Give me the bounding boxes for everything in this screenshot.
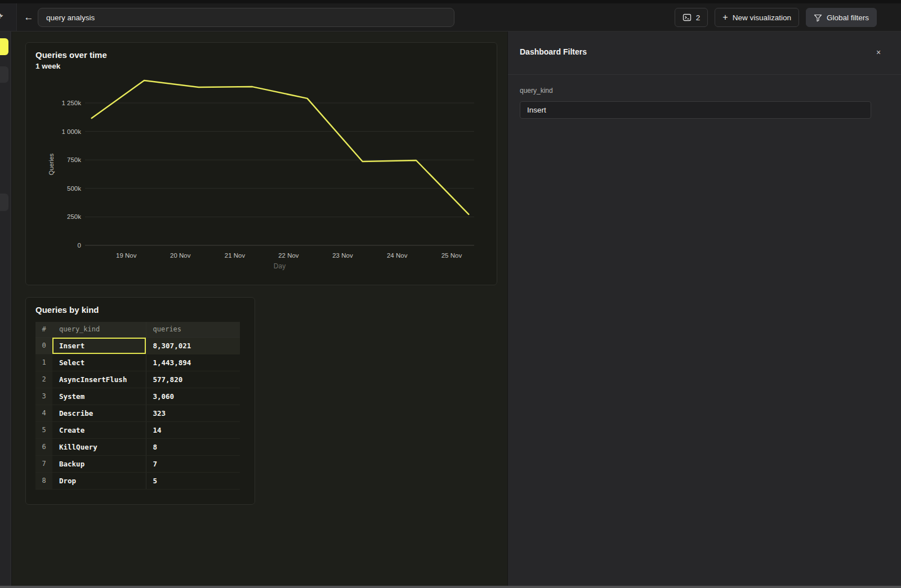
- table-row: 7Backup7: [35, 455, 240, 472]
- close-icon[interactable]: ×: [873, 47, 884, 58]
- cell-queries[interactable]: 7: [146, 455, 240, 472]
- cell-query-kind[interactable]: Insert: [52, 337, 146, 354]
- cell-query-kind[interactable]: Create: [52, 421, 146, 438]
- visualization-thumbnail[interactable]: [0, 194, 8, 211]
- table-row: 1Select1,443,894: [35, 354, 240, 371]
- table-row: 8Drop5: [35, 472, 240, 489]
- visualization-thumbnail[interactable]: [0, 66, 8, 83]
- refresh-icon[interactable]: ⟳: [0, 11, 3, 21]
- row-index: 7: [35, 455, 52, 472]
- table-row: 2AsyncInsertFlush577,820: [35, 371, 240, 388]
- table-row: 0Insert8,307,021: [35, 337, 240, 354]
- y-tick-label: 500k: [67, 185, 81, 192]
- topbar: ⟳ ← 2 + New visualization: [0, 3, 901, 32]
- chart-subtitle: 1 week: [35, 61, 487, 72]
- y-tick-label: 250k: [67, 213, 81, 220]
- y-tick-label: 0: [78, 242, 81, 249]
- cell-queries[interactable]: 8: [146, 438, 240, 455]
- cell-queries[interactable]: 8,307,021: [146, 337, 240, 354]
- row-index: 1: [35, 354, 52, 371]
- x-axis-title: Day: [274, 262, 286, 270]
- row-index: 6: [35, 438, 52, 455]
- table-row: 6KillQuery8: [35, 438, 240, 455]
- queries-table: #query_kindqueries 0Insert8,307,0211Sele…: [35, 322, 240, 490]
- cell-query-kind[interactable]: Select: [52, 354, 146, 371]
- global-filters-button[interactable]: Global filters: [806, 8, 877, 27]
- table-header-index: #: [35, 322, 52, 337]
- topbar-rail-corner: ⟳: [0, 3, 17, 31]
- cell-queries[interactable]: 1,443,894: [146, 354, 240, 371]
- new-visualization-button[interactable]: + New visualization: [715, 8, 799, 27]
- row-index: 2: [35, 371, 52, 388]
- table-row: 5Create14: [35, 421, 240, 438]
- window-bottom-edge: [0, 586, 901, 588]
- plus-icon: +: [722, 12, 728, 23]
- queries-table-body: 0Insert8,307,0211Select1,443,8942AsyncIn…: [35, 337, 240, 489]
- visualization-rail: [0, 32, 11, 586]
- x-tick-label: 19 Nov: [116, 252, 137, 259]
- x-tick-label: 25 Nov: [441, 252, 462, 259]
- queries-over-time-card: Queries over time 1 week 0250k500k750k1 …: [25, 42, 497, 285]
- y-tick-label: 750k: [67, 156, 81, 163]
- cell-queries[interactable]: 5: [146, 472, 240, 489]
- x-tick-label: 24 Nov: [387, 252, 408, 259]
- funnel-icon: [814, 14, 822, 22]
- table-row: 3System3,060: [35, 388, 240, 405]
- query-kind-filter-input[interactable]: [520, 101, 871, 119]
- chart-title: Queries over time: [35, 49, 487, 61]
- console-count: 2: [696, 14, 701, 22]
- x-tick-label: 22 Nov: [278, 252, 299, 259]
- queries-table-head: #query_kindqueries: [35, 322, 240, 337]
- topbar-actions: 2 + New visualization Global filters: [675, 8, 877, 27]
- console-icon: [683, 13, 692, 22]
- row-index: 4: [35, 405, 52, 421]
- panel-divider: [508, 74, 901, 75]
- cell-query-kind[interactable]: Drop: [52, 472, 146, 489]
- row-index: 5: [35, 421, 52, 438]
- queries-by-kind-card: Queries by kind #query_kindqueries 0Inse…: [25, 297, 255, 505]
- cell-queries[interactable]: 577,820: [146, 371, 240, 388]
- cell-query-kind[interactable]: Describe: [52, 405, 146, 421]
- dashboard-page: ⟳ ← 2 + New visualization: [0, 0, 901, 588]
- cell-query-kind[interactable]: KillQuery: [52, 438, 146, 455]
- cell-query-kind[interactable]: System: [52, 388, 146, 405]
- dashboard-title-input[interactable]: [38, 8, 454, 27]
- visualization-thumbnail-active[interactable]: [0, 38, 8, 55]
- cell-query-kind[interactable]: Backup: [52, 455, 146, 472]
- cell-queries[interactable]: 3,060: [146, 388, 240, 405]
- table-header-queries: queries: [146, 322, 240, 337]
- y-tick-label: 1 250k: [61, 100, 81, 106]
- queries-chart: 0250k500k750k1 000k1 250k19 Nov20 Nov21 …: [35, 74, 488, 278]
- series-line-queries: [92, 80, 469, 214]
- y-axis-title: Queries: [48, 153, 55, 175]
- row-index: 8: [35, 472, 52, 489]
- y-tick-label: 1 000k: [61, 128, 81, 135]
- filter-field-label: query_kind: [520, 87, 553, 95]
- dashboard-filters-panel: Dashboard Filters × query_kind: [507, 32, 901, 586]
- cell-queries[interactable]: 14: [146, 421, 240, 438]
- filters-panel-title: Dashboard Filters: [520, 47, 587, 56]
- console-count-button[interactable]: 2: [675, 8, 708, 27]
- new-visualization-label: New visualization: [733, 14, 791, 22]
- cell-query-kind[interactable]: AsyncInsertFlush: [52, 371, 146, 388]
- x-tick-label: 21 Nov: [225, 252, 246, 259]
- filters-panel-header: Dashboard Filters ×: [520, 47, 884, 58]
- table-title: Queries by kind: [35, 304, 245, 316]
- table-row: 4Describe323: [35, 405, 240, 421]
- back-button[interactable]: ←: [21, 10, 36, 25]
- dashboard-canvas: Queries over time 1 week 0250k500k750k1 …: [12, 32, 507, 586]
- table-header-query_kind: query_kind: [52, 322, 146, 337]
- global-filters-label: Global filters: [827, 14, 869, 22]
- row-index: 0: [35, 337, 52, 354]
- x-tick-label: 20 Nov: [170, 252, 191, 259]
- row-index: 3: [35, 388, 52, 405]
- cell-queries[interactable]: 323: [146, 405, 240, 421]
- x-tick-label: 23 Nov: [332, 252, 353, 259]
